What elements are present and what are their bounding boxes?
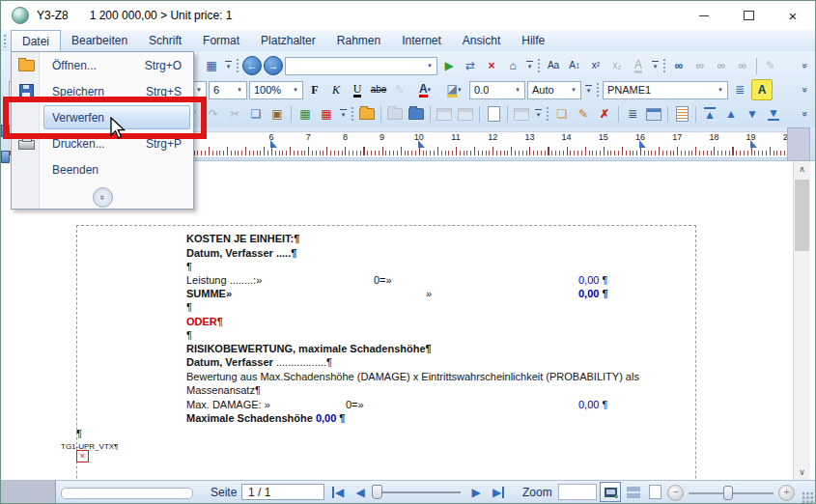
zoom-slider-thumb[interactable]: [723, 486, 733, 500]
left-toolbar-stub[interactable]: [1, 151, 10, 163]
full-page-view-button[interactable]: [644, 482, 665, 502]
page-number-box[interactable]: 1 / 1: [241, 484, 324, 500]
group-options-chevron-icon[interactable]: ▾: [338, 105, 349, 123]
toolbar-overflow-chevron-icon[interactable]: »: [797, 84, 814, 96]
minimize-button[interactable]: [682, 1, 726, 30]
closed-folder-icon[interactable]: [385, 104, 405, 124]
insert-table-icon[interactable]: ▦: [295, 104, 315, 124]
address-combobox[interactable]: ▾: [285, 57, 437, 75]
toolbar-overflow-chevron-icon[interactable]: »: [797, 108, 814, 120]
superscript-icon[interactable]: x²: [586, 56, 605, 75]
next-page-button[interactable]: ▶: [465, 483, 487, 501]
edit-object-icon[interactable]: ✎: [574, 104, 593, 124]
tabstop-marker-icon[interactable]: [639, 140, 646, 148]
window-new-icon[interactable]: [456, 104, 475, 124]
run-icon[interactable]: ▶: [439, 56, 459, 75]
back-icon[interactable]: ←: [242, 56, 262, 75]
move-up-icon[interactable]: ▲: [721, 104, 741, 124]
group-options-chevron-icon[interactable]: ▾: [533, 105, 544, 123]
cut-icon[interactable]: ✂: [225, 104, 244, 124]
maximize-button[interactable]: [726, 1, 771, 30]
combo-dropdown-arrow-icon[interactable]: ▾: [233, 82, 246, 98]
redo-icon[interactable]: ↷: [204, 104, 223, 124]
toolbar-overflow-chevron-icon[interactable]: »: [797, 60, 814, 71]
document-icon[interactable]: [672, 104, 691, 124]
combo-dropdown-arrow-icon[interactable]: ▾: [714, 82, 727, 98]
list-icon[interactable]: ≣: [730, 80, 749, 99]
format-painter-icon[interactable]: ✎: [390, 80, 409, 99]
forward-icon[interactable]: →: [264, 56, 283, 75]
open-folder-icon[interactable]: [357, 104, 377, 124]
spacing-combobox[interactable]: 0.0▾: [469, 81, 525, 99]
close-button[interactable]: ×: [771, 1, 815, 30]
strikethrough-button[interactable]: abe: [369, 80, 388, 99]
menu-schrift[interactable]: Schrift: [138, 30, 192, 51]
outline-icon[interactable]: ≣: [623, 104, 642, 124]
split-view-button[interactable]: [623, 482, 644, 502]
copy-object-icon[interactable]: ❏: [552, 104, 572, 124]
copy-icon[interactable]: ❏: [246, 104, 266, 124]
menu-item-beenden[interactable]: Beenden: [12, 156, 193, 182]
folder-forward-icon[interactable]: [407, 104, 426, 124]
menu-datei[interactable]: Datei: [11, 30, 61, 51]
find-next-icon[interactable]: ∞: [712, 56, 731, 75]
subscript-icon[interactable]: x₂: [607, 56, 627, 75]
combo-dropdown-arrow-icon[interactable]: ▾: [289, 82, 302, 98]
menu-hilfe[interactable]: Hilfe: [511, 30, 555, 51]
italic-button[interactable]: K: [326, 80, 346, 99]
combo-dropdown-arrow-icon[interactable]: ▾: [423, 58, 436, 74]
move-down-icon[interactable]: ▼: [743, 104, 762, 124]
change-case-icon[interactable]: Aa: [544, 56, 563, 75]
resize-grip[interactable]: [802, 491, 814, 504]
group-options-chevron-icon[interactable]: ▾: [583, 81, 594, 98]
scrollbar-thumb[interactable]: [795, 180, 809, 251]
horizontal-scrollbar[interactable]: [61, 488, 193, 499]
ascii-icon[interactable]: A: [751, 79, 773, 100]
menu-item-öffnen[interactable]: Öffnen...Strg+O: [12, 52, 193, 78]
menu-bearbeiten[interactable]: Bearbeiten: [61, 30, 138, 51]
group-options-chevron-icon[interactable]: ▾: [223, 57, 234, 74]
home-icon[interactable]: ⌂: [503, 56, 522, 75]
page-view-button[interactable]: [600, 482, 621, 502]
placeholder-name-combobox[interactable]: PNAME1▾: [603, 81, 728, 99]
font-color-button[interactable]: A▾: [411, 80, 438, 99]
tabstop-marker-icon[interactable]: [270, 140, 277, 148]
menu-platzhalter[interactable]: Platzhalter: [250, 30, 326, 51]
page-slider-thumb[interactable]: [372, 485, 382, 499]
scroll-down-icon[interactable]: ∨: [794, 464, 810, 480]
scroll-up-icon[interactable]: ∧: [794, 161, 810, 177]
find-icon[interactable]: ∞: [669, 56, 689, 75]
move-bottom-icon[interactable]: ▼: [764, 104, 783, 124]
group-options-chevron-icon[interactable]: ▾: [650, 57, 661, 74]
combo-dropdown-arrow-icon[interactable]: ▾: [511, 82, 524, 98]
dropdown-arrow-icon[interactable]: ▾: [428, 86, 432, 94]
menu-internet[interactable]: Internet: [391, 30, 452, 51]
tabstop-marker-icon[interactable]: [750, 140, 757, 148]
dropdown-arrow-icon[interactable]: ▾: [458, 86, 462, 94]
zoom-out-button[interactable]: −: [667, 485, 684, 501]
menu-format[interactable]: Format: [192, 30, 250, 51]
tabstop-marker-icon[interactable]: [418, 140, 425, 148]
font-size-combobox[interactable]: 6▾: [209, 81, 247, 99]
move-top-icon[interactable]: ▲: [700, 104, 719, 124]
edit-text-icon[interactable]: ✎: [761, 56, 780, 75]
find-previous-icon[interactable]: ∞: [690, 56, 710, 75]
vertical-scrollbar[interactable]: ∧ ∨: [793, 161, 810, 480]
page-slider-track[interactable]: [376, 491, 461, 493]
find-replace-icon[interactable]: ∞: [733, 56, 752, 75]
sync-icon[interactable]: ⇄: [461, 56, 480, 75]
paste-icon[interactable]: ▣: [267, 104, 287, 124]
delete-object-icon[interactable]: ✗: [595, 104, 614, 124]
font-style-icon[interactable]: A: [629, 56, 648, 75]
menu-rahmen[interactable]: Rahmen: [326, 30, 391, 51]
first-page-button[interactable]: ◀: [327, 483, 349, 501]
stop-icon[interactable]: ×: [482, 56, 501, 75]
highlight-color-button[interactable]: ◪▾: [440, 80, 467, 99]
menu-ansicht[interactable]: Ansicht: [452, 30, 511, 51]
previous-page-button[interactable]: ◀: [350, 483, 371, 501]
window-cascade-icon[interactable]: [512, 104, 531, 124]
window-icon[interactable]: [435, 104, 454, 124]
zoom-in-button[interactable]: +: [778, 485, 795, 501]
group-options-chevron-icon[interactable]: ▾: [524, 57, 535, 74]
select-window-icon[interactable]: [644, 104, 663, 124]
